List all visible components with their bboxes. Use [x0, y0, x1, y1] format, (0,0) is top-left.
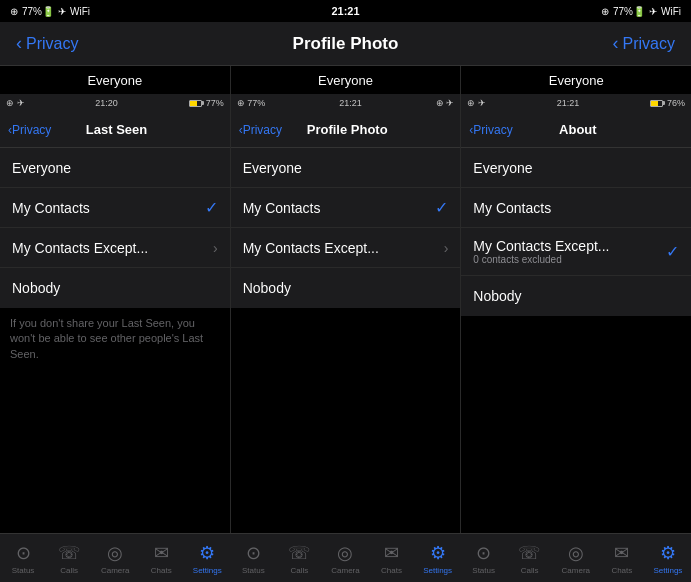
status-bar-left: ⊕ 77%🔋 ✈ WiFi	[10, 6, 90, 17]
list-group-3: Everyone My Contacts My Contacts Except.…	[461, 148, 691, 316]
right-button[interactable]: ‹ Privacy	[613, 33, 675, 54]
calls-icon-3: ☏	[518, 542, 541, 564]
mini-nav-1: ‹ Privacy Last Seen	[0, 112, 230, 148]
panel-last-seen: ⊕ ✈ 21:20 77% ‹ Privacy Last Seen Everyo…	[0, 94, 231, 561]
everyone-cell-2: Everyone	[231, 66, 462, 94]
chats-label-1: Chats	[151, 566, 172, 575]
airplane-right: ✈	[649, 6, 657, 17]
check-icon-2: ✓	[435, 198, 448, 217]
status-bar: ⊕ 77%🔋 ✈ WiFi 21:21 ⊕ 77%🔋 ✈ WiFi	[0, 0, 691, 22]
wifi-icon: WiFi	[70, 6, 90, 17]
battery-icon: 77%🔋	[22, 6, 54, 17]
calls-icon-2: ☏	[288, 542, 311, 564]
mini-status-3: ⊕ ✈ 21:21 76%	[461, 94, 691, 112]
list-item-nobody-3[interactable]: Nobody	[461, 276, 691, 316]
camera-icon-2: ◎	[337, 542, 353, 564]
right-label[interactable]: Privacy	[623, 35, 675, 53]
everyone-row: Everyone Everyone Everyone	[0, 66, 691, 94]
tab-status-2[interactable]: ⊙ Status	[233, 542, 273, 575]
list-item-everyone-1[interactable]: Everyone	[0, 148, 230, 188]
mini-time-3: 21:21	[557, 98, 580, 108]
settings-icon-1: ⚙	[199, 542, 215, 564]
chats-label-3: Chats	[611, 566, 632, 575]
tab-status-1[interactable]: ⊙ Status	[3, 542, 43, 575]
mini-title-1: Last Seen	[86, 122, 147, 137]
settings-icon-2: ⚙	[430, 542, 446, 564]
list-item-except-2[interactable]: My Contacts Except... ›	[231, 228, 461, 268]
tab-chats-3[interactable]: ✉ Chats	[602, 542, 642, 575]
tab-camera-3[interactable]: ◎ Camera	[556, 542, 596, 575]
calls-label-2: Calls	[291, 566, 309, 575]
back-button[interactable]: ‹ Privacy	[16, 33, 78, 54]
tab-settings-1[interactable]: ⚙ Settings	[187, 542, 227, 575]
mini-battery-3: 76%	[650, 98, 685, 108]
mini-time-1: 21:20	[95, 98, 118, 108]
tab-calls-3[interactable]: ☏ Calls	[510, 542, 550, 575]
panel-profile-photo: ⊕ 77% 21:21 ⊕ ✈ ‹ Privacy Profile Photo …	[231, 94, 462, 561]
list-item-except-1[interactable]: My Contacts Except... ›	[0, 228, 230, 268]
mini-title-3: About	[559, 122, 597, 137]
camera-label-3: Camera	[562, 566, 590, 575]
panel-about: ⊕ ✈ 21:21 76% ‹ Privacy About Everyone M…	[461, 94, 691, 561]
chats-label-2: Chats	[381, 566, 402, 575]
settings-label-3: Settings	[653, 566, 682, 575]
tab-chats-1[interactable]: ✉ Chats	[141, 542, 181, 575]
list-item-nobody-1[interactable]: Nobody	[0, 268, 230, 308]
chats-icon-2: ✉	[384, 542, 399, 564]
check-icon-1: ✓	[205, 198, 218, 217]
chevron-icon-1: ›	[213, 240, 218, 256]
mini-nav-2: ‹ Privacy Profile Photo	[231, 112, 461, 148]
mini-status-1: ⊕ ✈ 21:20 77%	[0, 94, 230, 112]
tab-camera-1[interactable]: ◎ Camera	[95, 542, 135, 575]
camera-label-1: Camera	[101, 566, 129, 575]
status-label-1: Status	[12, 566, 35, 575]
list-item-mycontacts-1[interactable]: My Contacts ✓	[0, 188, 230, 228]
status-icon-2: ⊙	[246, 542, 261, 564]
wifi-right: WiFi	[661, 6, 681, 17]
tab-calls-2[interactable]: ☏ Calls	[279, 542, 319, 575]
chevron-icon-2: ›	[444, 240, 449, 256]
list-item-everyone-2[interactable]: Everyone	[231, 148, 461, 188]
check-icon-3: ✓	[666, 242, 679, 261]
tab-settings-2[interactable]: ⚙ Settings	[418, 542, 458, 575]
camera-label-2: Camera	[331, 566, 359, 575]
list-item-mycontacts-3[interactable]: My Contacts	[461, 188, 691, 228]
status-label-3: Status	[472, 566, 495, 575]
signal-icon: ⊕	[10, 6, 18, 17]
settings-icon-3: ⚙	[660, 542, 676, 564]
list-item-mycontacts-2[interactable]: My Contacts ✓	[231, 188, 461, 228]
status-label-2: Status	[242, 566, 265, 575]
mini-right-2: ⊕ ✈	[436, 98, 455, 108]
mini-nav-3: ‹ Privacy About	[461, 112, 691, 148]
list-item-nobody-2[interactable]: Nobody	[231, 268, 461, 308]
nav-bar: ‹ Privacy Profile Photo ‹ Privacy	[0, 22, 691, 66]
mini-back-2[interactable]: ‹ Privacy	[239, 123, 282, 137]
footer-note-1: If you don't share your Last Seen, you w…	[0, 308, 230, 370]
settings-label-2: Settings	[423, 566, 452, 575]
page-title: Profile Photo	[293, 34, 399, 54]
mini-title-2: Profile Photo	[307, 122, 388, 137]
tab-bar: ⊙ Status ☏ Calls ◎ Camera ✉ Chats ⚙ Sett…	[0, 533, 691, 582]
mini-back-3[interactable]: ‹ Privacy	[469, 123, 512, 137]
list-item-everyone-3[interactable]: Everyone	[461, 148, 691, 188]
calls-icon-1: ☏	[58, 542, 81, 564]
status-icon-3: ⊙	[476, 542, 491, 564]
mini-left-2: ⊕ 77%	[237, 98, 266, 108]
back-label[interactable]: Privacy	[26, 35, 78, 53]
tab-status-3[interactable]: ⊙ Status	[464, 542, 504, 575]
tab-settings-3[interactable]: ⚙ Settings	[648, 542, 688, 575]
back-chevron-icon: ‹	[16, 33, 22, 54]
calls-label-1: Calls	[60, 566, 78, 575]
calls-label-3: Calls	[521, 566, 539, 575]
mini-status-2: ⊕ 77% 21:21 ⊕ ✈	[231, 94, 461, 112]
list-item-except-3[interactable]: My Contacts Except... 0 contacts exclude…	[461, 228, 691, 276]
settings-label-1: Settings	[193, 566, 222, 575]
everyone-cell-1: Everyone	[0, 66, 231, 94]
mini-back-1[interactable]: ‹ Privacy	[8, 123, 51, 137]
chats-icon-3: ✉	[614, 542, 629, 564]
tab-chats-2[interactable]: ✉ Chats	[372, 542, 412, 575]
tab-camera-2[interactable]: ◎ Camera	[325, 542, 365, 575]
tab-calls-1[interactable]: ☏ Calls	[49, 542, 89, 575]
status-bar-time: 21:21	[331, 5, 359, 17]
mini-left-1: ⊕ ✈	[6, 98, 25, 108]
